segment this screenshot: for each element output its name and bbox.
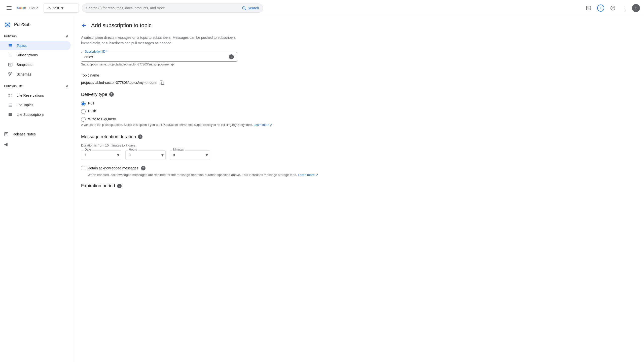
notification-badge: 1 <box>597 5 604 12</box>
avatar[interactable]: C <box>632 4 640 12</box>
retain-ack-checkbox[interactable] <box>81 166 85 170</box>
topbar: Google Cloud test ▾ Search <box>0 0 644 16</box>
back-arrow-icon <box>81 22 87 28</box>
minutes-select[interactable]: 0 10 30 <box>170 150 210 160</box>
topics-label: Topics <box>17 44 27 48</box>
pull-radio[interactable] <box>81 101 86 106</box>
sidebar-item-topics[interactable]: Topics <box>0 41 71 50</box>
svg-line-8 <box>49 8 50 8</box>
push-label: Push <box>88 109 96 113</box>
retention-duration-section: Message retention duration ? Duration is… <box>81 134 636 160</box>
pubsub-lite-section-header[interactable]: Pub/Sub Lite ∧ <box>0 81 73 91</box>
svg-rect-29 <box>9 55 12 55</box>
svg-point-32 <box>10 64 11 65</box>
retain-ack-help-icon[interactable]: ? <box>141 166 146 170</box>
project-name: test <box>53 6 59 10</box>
radio-pull[interactable]: Pull <box>81 101 636 106</box>
push-radio[interactable] <box>81 109 86 114</box>
hamburger-menu[interactable] <box>4 3 14 13</box>
sidebar-collapse-button[interactable]: ◀ <box>0 139 71 150</box>
retention-help-icon[interactable]: ? <box>138 134 142 139</box>
sidebar-item-lite-topics[interactable]: Lite Topics <box>0 100 71 110</box>
retention-title: Message retention duration ? <box>81 134 636 139</box>
retain-ack-section: Retain acknowledged messages ? When enab… <box>81 166 636 177</box>
pubsub-section-header[interactable]: Pub/Sub ∧ <box>0 31 73 41</box>
delivery-type-section: Delivery type ? Pull Push Write to Big <box>81 92 636 127</box>
subscription-id-field[interactable]: Subscription ID * ? <box>81 52 237 62</box>
back-button[interactable] <box>81 22 87 28</box>
svg-rect-52 <box>161 82 164 85</box>
svg-rect-30 <box>9 56 12 56</box>
days-label: Days <box>84 148 92 151</box>
sidebar-item-release-notes[interactable]: Release Notes <box>0 129 71 139</box>
expiration-section: Expiration period ? <box>81 183 636 189</box>
collapse-icon: ◀ <box>4 141 8 147</box>
topic-name-label: Topic name <box>81 73 636 77</box>
terminal-button[interactable] <box>584 3 594 13</box>
lite-reservations-icon <box>8 93 13 98</box>
svg-rect-33 <box>9 73 10 74</box>
bigquery-learn-more-link[interactable]: Learn more ↗ <box>254 123 273 127</box>
svg-rect-1 <box>7 8 12 8</box>
sidebar-title: Pub/Sub <box>14 22 30 27</box>
lite-topics-icon <box>8 103 13 107</box>
topbar-actions: 1 ? ⋮ C <box>584 3 640 13</box>
external-link-icon: ↗ <box>270 123 272 127</box>
help-icon: ? <box>610 6 615 11</box>
retain-ack-learn-more-link[interactable]: Learn more ↗ <box>298 173 318 177</box>
pubsub-logo <box>4 21 11 28</box>
more-options-button[interactable]: ⋮ <box>620 3 630 13</box>
radio-bigquery[interactable]: Write to BigQuery A variant of the push … <box>81 117 636 127</box>
search-bar[interactable]: Search <box>82 4 263 13</box>
schemas-icon <box>8 72 13 77</box>
subscription-id-section: Subscription ID * ? Subscription name: p… <box>81 52 636 66</box>
bigquery-radio[interactable] <box>81 117 86 122</box>
days-field: Days 7 0 1 2 3 4 5 6 ▾ <box>81 150 121 160</box>
svg-rect-28 <box>9 54 12 54</box>
minutes-field: Minutes 0 10 30 ▾ <box>170 150 210 160</box>
subscriptions-icon <box>8 53 13 57</box>
sidebar-item-lite-subscriptions[interactable]: Lite Subscriptions <box>0 110 71 119</box>
duration-fields: Days 7 0 1 2 3 4 5 6 ▾ Hours <box>81 150 636 160</box>
sidebar-item-lite-reservations[interactable]: Lite Reservations <box>0 91 71 100</box>
retain-ack-item[interactable]: Retain acknowledged messages ? <box>81 166 636 170</box>
pubsub-lite-collapse-icon: ∧ <box>65 83 69 89</box>
lite-subscriptions-label: Lite Subscriptions <box>17 113 45 117</box>
delivery-type-help-icon[interactable]: ? <box>109 92 114 97</box>
retain-external-link-icon: ↗ <box>315 173 318 177</box>
hours-select[interactable]: 0 1 2 <box>125 150 166 160</box>
svg-rect-44 <box>9 106 12 106</box>
svg-text:?: ? <box>612 6 614 10</box>
subscription-id-input[interactable] <box>84 55 229 59</box>
hours-label: Hours <box>128 148 138 151</box>
snapshots-label: Snapshots <box>17 63 33 67</box>
delivery-type-title: Delivery type ? <box>81 92 636 97</box>
svg-point-4 <box>49 7 50 8</box>
svg-rect-40 <box>9 96 10 97</box>
help-button[interactable]: ? <box>608 3 618 13</box>
search-button[interactable]: Search <box>242 6 259 10</box>
search-icon <box>242 6 246 10</box>
expiration-help-icon[interactable]: ? <box>117 184 122 188</box>
svg-text:Google: Google <box>17 6 26 9</box>
radio-push[interactable]: Push <box>81 109 636 114</box>
svg-rect-26 <box>9 45 12 46</box>
sidebar-item-schemas[interactable]: Schemas <box>0 69 71 79</box>
sidebar-item-snapshots[interactable]: Snapshots <box>0 60 71 69</box>
svg-rect-27 <box>9 47 12 47</box>
lite-subscriptions-icon <box>8 112 13 117</box>
topic-name-section: Topic name projects/fabled-sector-377803… <box>81 73 636 86</box>
lite-topics-label: Lite Topics <box>17 103 33 107</box>
notification-button[interactable]: 1 <box>596 3 606 13</box>
lite-reservations-label: Lite Reservations <box>17 93 44 97</box>
subscription-id-help-icon[interactable]: ? <box>229 54 234 59</box>
project-icon <box>47 6 51 10</box>
svg-rect-25 <box>9 44 12 45</box>
minutes-label: Minutes <box>172 148 185 151</box>
copy-topic-button[interactable] <box>159 79 165 86</box>
search-input[interactable] <box>86 6 240 10</box>
project-selector[interactable]: test ▾ <box>44 4 79 13</box>
days-select[interactable]: 7 0 1 2 3 4 5 6 <box>81 150 121 160</box>
sidebar-item-subscriptions[interactable]: Subscriptions <box>0 50 71 60</box>
svg-line-10 <box>245 9 246 10</box>
